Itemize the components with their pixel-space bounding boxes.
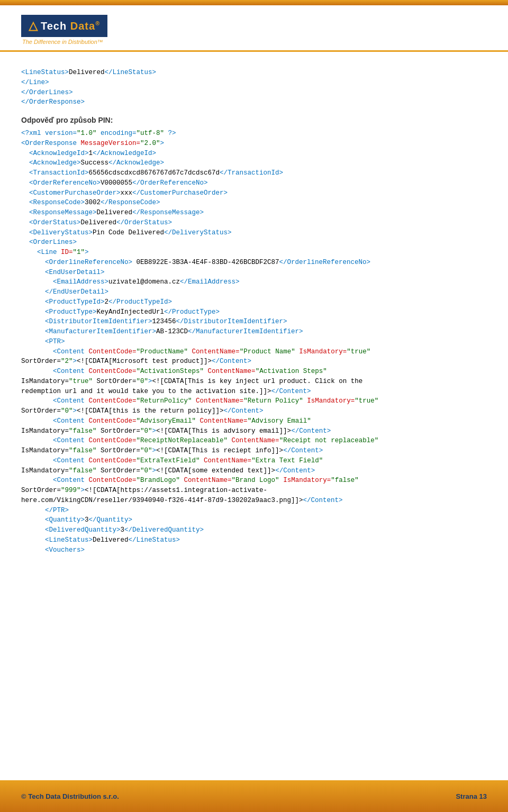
header-inner: △ Tech Data® The Difference in Distribut… <box>21 15 487 45</box>
footer-page: Strana 13 <box>456 792 487 800</box>
top-bar <box>0 0 508 5</box>
logo-area: △ Tech Data® The Difference in Distribut… <box>21 15 107 45</box>
footer: © Tech Data Distribution s.r.o. Strana 1… <box>0 780 508 812</box>
header: △ Tech Data® The Difference in Distribut… <box>0 5 508 52</box>
logo-box: △ Tech Data® <box>21 15 107 37</box>
logo-tagline: The Difference in Distribution™ <box>21 39 107 45</box>
main-content: <LineStatus>Delivered</LineStatus> </Lin… <box>0 52 508 597</box>
page-wrapper: △ Tech Data® The Difference in Distribut… <box>0 0 508 812</box>
logo-icon: △ <box>29 19 38 33</box>
footer-copyright: © Tech Data Distribution s.r.o. <box>21 792 119 800</box>
section-label: Odpověď pro způsob PIN: <box>21 116 487 124</box>
xml-pin-content: <?xml version="1.0" encoding="utf-8" ?> … <box>21 129 487 555</box>
xml-top-lines: <LineStatus>Delivered</LineStatus> </Lin… <box>21 68 487 107</box>
logo-text: Tech Data® <box>41 20 100 32</box>
